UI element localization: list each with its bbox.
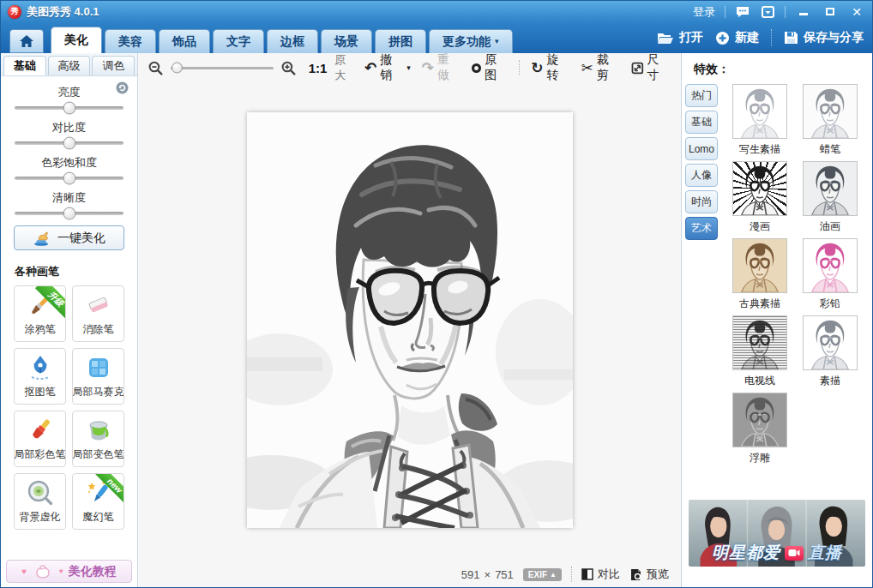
zoom-out-icon[interactable]: [148, 61, 163, 75]
maximize-button[interactable]: [822, 5, 839, 19]
brush-magic-pen[interactable]: new 魔幻笔: [72, 473, 124, 530]
ad-banner[interactable]: 明星都爱 直播: [689, 500, 865, 567]
zoom-actual-size-label[interactable]: 原大: [334, 52, 357, 83]
rotate-button[interactable]: ↻ 旋转: [531, 52, 569, 83]
tab-scene[interactable]: 场景: [321, 29, 372, 53]
brightness-slider[interactable]: [15, 106, 123, 110]
effect-crayon[interactable]: 蜡笔: [802, 84, 858, 159]
main-area: 基础 高级 调色 亮度 对比度 色彩饱和度: [1, 53, 872, 587]
effect-life-sketch[interactable]: 写生素描: [732, 84, 788, 159]
tab-basic[interactable]: 基础: [3, 56, 46, 75]
effect-sketch[interactable]: 素描: [802, 315, 858, 390]
reset-sliders-button[interactable]: [116, 81, 129, 98]
image-dimensions: 591 × 751: [461, 568, 514, 581]
tab-advanced[interactable]: 高级: [48, 56, 91, 75]
clarity-slider[interactable]: [15, 212, 123, 215]
tab-collage[interactable]: 拼图: [375, 29, 426, 53]
brush-eraser-pen[interactable]: 消除笔: [72, 285, 124, 342]
close-icon: ✕: [852, 5, 862, 19]
effect-oil-painting[interactable]: 油画: [802, 161, 858, 236]
zoom-in-icon[interactable]: [281, 61, 296, 75]
category-basic[interactable]: 基础: [685, 111, 718, 134]
category-label: 人像: [691, 168, 712, 183]
login-link[interactable]: 登录: [693, 4, 715, 20]
minimize-button[interactable]: [795, 5, 812, 19]
tab-label: 文字: [226, 34, 250, 50]
preview-icon: [629, 568, 642, 581]
crop-button[interactable]: ✂ 裁剪: [581, 52, 620, 83]
brush-partial-recolor-pen[interactable]: 局部变色笔: [72, 411, 124, 467]
rotate-label: 旋转: [546, 52, 569, 83]
exif-badge[interactable]: EXIF ▲: [523, 568, 562, 581]
resize-button[interactable]: 尺寸: [631, 52, 671, 83]
brush-partial-color-pen[interactable]: 局部彩色笔: [14, 411, 66, 467]
tab-beautify[interactable]: 美化: [51, 27, 102, 53]
new-button[interactable]: 新建: [715, 30, 759, 45]
zoom-slider[interactable]: [171, 67, 274, 69]
one-click-beautify-button[interactable]: 一键美化: [14, 225, 124, 250]
view-original-label: 原图: [485, 52, 508, 83]
compare-button[interactable]: 对比: [581, 567, 620, 582]
tab-label: 更多功能: [443, 34, 491, 50]
effect-label: 古典素描: [739, 297, 780, 311]
tab-text[interactable]: 文字: [213, 29, 264, 53]
brush-doodle-pen[interactable]: 升级 涂鸦笔: [14, 285, 66, 342]
redo-button[interactable]: ↷ 重做: [422, 52, 461, 83]
effect-emboss[interactable]: 浮雕: [732, 393, 788, 467]
home-button[interactable]: [9, 29, 44, 53]
beautify-tutorial-button[interactable]: ♥ ♥ 美化教程: [6, 560, 132, 583]
chevron-down-icon: ▾: [495, 38, 499, 45]
category-fashion[interactable]: 时尚: [685, 190, 718, 213]
chevron-down-icon[interactable]: ▾: [406, 64, 411, 72]
tab-accessories[interactable]: 饰品: [159, 29, 210, 53]
tab-beauty[interactable]: 美容: [105, 29, 156, 53]
slider-thumb[interactable]: [63, 102, 75, 115]
slider-thumb[interactable]: [63, 207, 75, 220]
effect-label: 写生素描: [739, 142, 780, 157]
main-toolbar: 美化 美容 饰品 文字 边框 场景 拼图 更多功能▾ 打开 新建 保存与分享: [1, 22, 872, 53]
stamp-icon: [33, 231, 51, 246]
redo-label: 重做: [437, 52, 461, 83]
category-portrait[interactable]: 人像: [685, 164, 718, 187]
tab-label: 高级: [58, 58, 81, 74]
mosaic-icon: [84, 353, 113, 382]
save-share-button[interactable]: 保存与分享: [784, 30, 864, 45]
saturation-slider[interactable]: [15, 177, 123, 180]
home-icon: [19, 34, 34, 48]
slider-thumb[interactable]: [63, 172, 75, 185]
category-hot[interactable]: 热门: [685, 84, 718, 107]
tab-frame[interactable]: 边框: [267, 29, 318, 53]
brush-cutout-pen[interactable]: 抠图笔: [14, 348, 66, 405]
effect-classical-sketch[interactable]: 古典素描: [732, 238, 788, 313]
effects-panel-body: 热门 基础 Lomo 人像 时尚 艺术 写生素描 蜡笔: [682, 84, 872, 495]
tab-label: 场景: [334, 34, 358, 50]
undo-button[interactable]: ↶ 撤销 ▾: [364, 52, 411, 83]
preview-button[interactable]: 预览: [629, 567, 669, 582]
brush-partial-mosaic[interactable]: 局部马赛克: [72, 348, 124, 405]
tab-color[interactable]: 调色: [92, 56, 135, 75]
zoom-actual-size[interactable]: 1:1: [309, 61, 328, 75]
ad-live-label: 直播: [808, 542, 842, 564]
slider-thumb[interactable]: [63, 137, 75, 150]
tab-more-features[interactable]: 更多功能▾: [429, 29, 513, 53]
zoom-slider-thumb[interactable]: [172, 63, 183, 74]
effect-tv-lines[interactable]: 电视线: [732, 315, 788, 390]
canvas-image-bruce-lee-sketch[interactable]: [247, 112, 573, 528]
close-button[interactable]: ✕: [848, 5, 865, 19]
tray-minimize-icon[interactable]: [760, 5, 775, 19]
view-original-button[interactable]: 原图: [472, 52, 508, 83]
brush-label: 魔幻笔: [83, 510, 114, 525]
hand-icon: [32, 564, 54, 579]
times-icon: ×: [485, 568, 491, 581]
category-art[interactable]: 艺术: [685, 217, 718, 240]
feedback-icon[interactable]: [735, 5, 750, 19]
category-lomo[interactable]: Lomo: [685, 137, 718, 160]
effect-color-pencil[interactable]: 彩铅: [802, 238, 858, 313]
effect-comic[interactable]: 漫画: [732, 161, 788, 236]
open-button[interactable]: 打开: [657, 30, 703, 45]
tab-label: 拼图: [388, 34, 412, 50]
contrast-slider[interactable]: [15, 141, 123, 145]
brush-label: 局部马赛克: [73, 385, 124, 399]
brush-background-blur[interactable]: 背景虚化: [14, 473, 66, 530]
ad-headline: 明星都爱: [712, 542, 780, 564]
